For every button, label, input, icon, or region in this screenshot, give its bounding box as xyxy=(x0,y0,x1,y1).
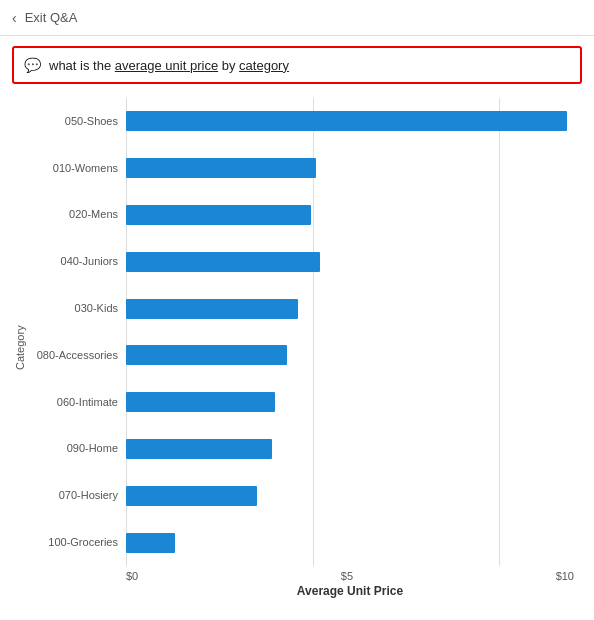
x-tick: $5 xyxy=(341,570,353,582)
bar xyxy=(126,158,316,178)
category-label: 060-Intimate xyxy=(26,387,118,417)
category-label: 100-Groceries xyxy=(26,528,118,558)
category-label: 080-Accessories xyxy=(26,340,118,370)
chart-container: Category 050-Shoes010-Womens020-Mens040-… xyxy=(0,88,594,618)
query-text: what is the average unit price by catego… xyxy=(49,58,289,73)
bar-row xyxy=(126,200,574,230)
bar xyxy=(126,439,272,459)
bar xyxy=(126,345,287,365)
bar xyxy=(126,299,298,319)
category-labels: 050-Shoes010-Womens020-Mens040-Juniors03… xyxy=(26,98,126,566)
x-tick: $0 xyxy=(126,570,138,582)
category-label: 070-Hosiery xyxy=(26,481,118,511)
bar-row xyxy=(126,481,574,511)
exit-label[interactable]: Exit Q&A xyxy=(25,10,78,25)
bar-row xyxy=(126,528,574,558)
bar xyxy=(126,205,311,225)
bars-plot xyxy=(126,98,574,566)
category-label: 050-Shoes xyxy=(26,106,118,136)
x-tick: $10 xyxy=(556,570,574,582)
y-axis-label: Category xyxy=(10,98,26,598)
category-label: 040-Juniors xyxy=(26,247,118,277)
bars-section: 050-Shoes010-Womens020-Mens040-Juniors03… xyxy=(26,98,574,598)
back-arrow-icon[interactable]: ‹ xyxy=(12,10,17,26)
bar-row xyxy=(126,434,574,464)
bar xyxy=(126,533,175,553)
top-bar: ‹ Exit Q&A xyxy=(0,0,594,36)
bar xyxy=(126,111,567,131)
bar-row xyxy=(126,387,574,417)
bar-row xyxy=(126,106,574,136)
category-label: 020-Mens xyxy=(26,200,118,230)
category-label: 030-Kids xyxy=(26,294,118,324)
chart-area: Category 050-Shoes010-Womens020-Mens040-… xyxy=(10,98,574,598)
category-label: 010-Womens xyxy=(26,153,118,183)
bar xyxy=(126,486,257,506)
x-axis-ticks: $0$5$10 xyxy=(126,570,574,582)
category-label: 090-Home xyxy=(26,434,118,464)
bar xyxy=(126,252,320,272)
x-axis: $0$5$10 xyxy=(126,566,574,582)
query-bar[interactable]: 💬 what is the average unit price by cate… xyxy=(12,46,582,84)
bar-row xyxy=(126,340,574,370)
bar-row xyxy=(126,247,574,277)
x-axis-title: Average Unit Price xyxy=(126,584,574,598)
bar-row xyxy=(126,294,574,324)
bar-row xyxy=(126,153,574,183)
query-icon: 💬 xyxy=(24,57,41,73)
bar xyxy=(126,392,275,412)
bars-and-labels: 050-Shoes010-Womens020-Mens040-Juniors03… xyxy=(26,98,574,566)
